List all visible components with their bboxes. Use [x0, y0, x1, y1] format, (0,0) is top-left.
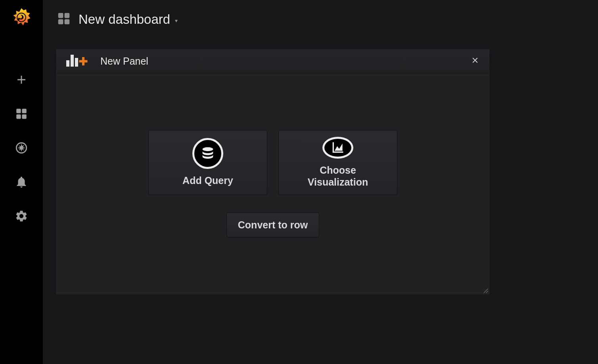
choose-visualization-label: Choose Visualization	[308, 164, 368, 188]
resize-icon	[483, 287, 488, 293]
dashboard-title-dropdown[interactable]: New dashboard ▾	[79, 12, 178, 27]
panel-header-left: New Panel	[66, 55, 148, 68]
svg-line-15	[484, 289, 488, 293]
new-panel: New Panel Add Query	[56, 49, 489, 294]
main-area: New dashboard ▾ New Panel	[43, 0, 598, 364]
add-query-label: Add Query	[182, 174, 233, 187]
panel-body: Add Query Choose Visualization Convert t…	[57, 73, 489, 294]
svg-point-14	[203, 147, 213, 151]
panel-action-row: Add Query Choose Visualization	[148, 130, 397, 195]
add-panel-icon	[66, 55, 89, 68]
svg-rect-4	[22, 114, 26, 119]
svg-rect-2	[22, 109, 26, 113]
dashboard-icon	[15, 107, 28, 121]
svg-rect-11	[75, 58, 78, 67]
svg-rect-7	[58, 19, 63, 25]
svg-rect-10	[71, 55, 74, 67]
bell-icon	[15, 175, 28, 189]
close-icon	[471, 56, 479, 65]
svg-rect-9	[66, 60, 69, 67]
svg-line-16	[486, 291, 488, 293]
sidebar-item-explore[interactable]	[14, 140, 29, 155]
sidebar-item-create[interactable]	[14, 72, 29, 87]
svg-rect-1	[16, 109, 21, 113]
panel-close-button[interactable]	[471, 56, 479, 67]
compass-icon	[15, 141, 28, 155]
add-query-button[interactable]: Add Query	[148, 130, 267, 195]
sidebar-item-dashboards[interactable]	[14, 106, 29, 121]
svg-rect-13	[79, 60, 88, 62]
database-icon	[192, 138, 223, 169]
svg-rect-3	[16, 114, 21, 119]
dashboard-header: New dashboard ▾	[43, 0, 598, 36]
panel-resize-handle[interactable]	[483, 287, 488, 293]
panel-header: New Panel	[57, 50, 489, 73]
svg-rect-6	[65, 13, 70, 18]
dashboard-grid-icon	[56, 11, 71, 28]
convert-to-row-button[interactable]: Convert to row	[226, 213, 319, 238]
gear-icon	[15, 209, 28, 223]
sidebar-nav	[14, 72, 29, 224]
dashboard-title-text: New dashboard	[79, 12, 170, 27]
plus-icon	[15, 73, 28, 86]
choose-visualization-button[interactable]: Choose Visualization	[278, 130, 397, 195]
panel-title: New Panel	[100, 56, 148, 67]
grafana-logo-icon	[11, 7, 32, 29]
convert-to-row-label: Convert to row	[238, 219, 308, 230]
chevron-down-icon: ▾	[175, 17, 178, 24]
sidebar	[0, 0, 43, 364]
svg-rect-5	[58, 13, 63, 18]
grafana-logo[interactable]	[11, 7, 32, 29]
sidebar-item-configuration[interactable]	[14, 209, 29, 224]
svg-rect-8	[65, 19, 70, 25]
sidebar-item-alerting[interactable]	[14, 174, 29, 190]
chart-icon	[322, 137, 353, 159]
